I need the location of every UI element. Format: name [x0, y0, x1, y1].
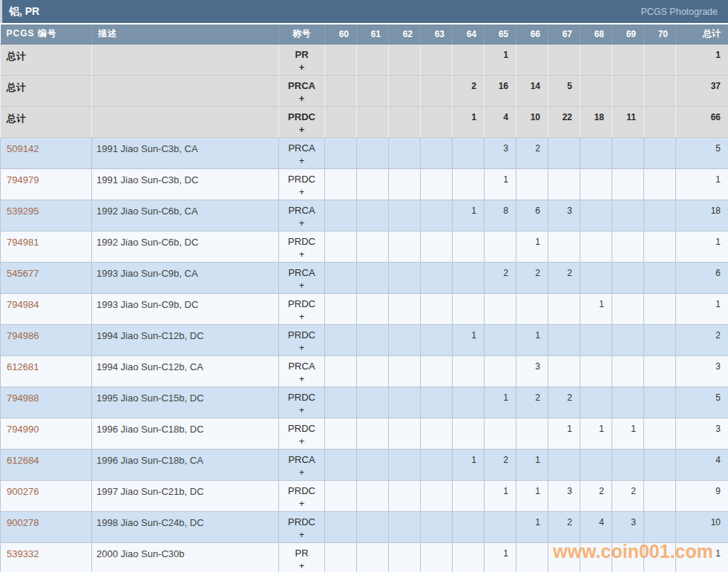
grade-69-cell — [612, 387, 644, 418]
pcgs-number[interactable]: 794990 — [7, 424, 39, 435]
designation-cell: PRCA + — [279, 262, 325, 293]
grade-61-cell — [357, 168, 389, 200]
designation-cell: PR + — [279, 44, 325, 75]
designation-plus: + — [279, 435, 324, 447]
grade-68-cell — [580, 542, 612, 572]
pcgs-number[interactable]: 总计 — [7, 82, 26, 93]
grade-61-cell — [357, 231, 389, 262]
designation-plus: + — [279, 279, 324, 292]
grade-67-cell — [548, 542, 580, 572]
pcgs-number-cell: 794984 — [1, 293, 92, 324]
pcgs-number[interactable]: 545677 — [7, 268, 39, 279]
col-header-grade-66: 66 — [517, 24, 548, 44]
pcgs-number[interactable]: 794981 — [7, 237, 39, 248]
pcgs-number[interactable]: 总计 — [7, 113, 26, 124]
grade-65-cell — [485, 355, 517, 387]
table-row: 545677 1993 Jiao Sun-C9b, CA PRCA + 2 2 … — [1, 262, 728, 293]
grade-67-cell — [548, 168, 580, 200]
grade-65-cell: 1 — [485, 168, 517, 200]
table-row: 900276 1997 Jiao Sun-C21b, DC PRDC + 1 1… — [1, 480, 728, 511]
pcgs-number[interactable]: 794986 — [7, 330, 39, 341]
description-cell: 1993 Jiao Sun-C9b, DC — [92, 293, 279, 324]
total-cell: 18 — [676, 200, 728, 231]
grade-64-cell — [453, 387, 485, 418]
grade-63-cell — [421, 106, 453, 137]
pcgs-number[interactable]: 794984 — [7, 299, 39, 310]
total-cell: 3 — [676, 355, 728, 387]
grade-66-cell: 1 — [517, 511, 548, 542]
grade-69-cell — [612, 449, 644, 480]
grade-65-cell — [485, 231, 517, 262]
grade-70-cell — [644, 324, 676, 355]
grade-64-cell — [453, 137, 485, 168]
grade-67-cell — [548, 44, 580, 75]
description-cell: 1998 Jiao Sun-C24b, DC — [92, 511, 279, 542]
grade-66-cell — [517, 542, 548, 572]
designation-cell: PRDC + — [279, 231, 325, 262]
grade-62-cell — [389, 137, 421, 168]
table-header: PCGS 编号 描述 称号 60 61 62 63 64 65 66 67 68… — [1, 24, 728, 44]
population-table-body: 总计 PR + 1 1 总计 — [1, 44, 728, 572]
pcgs-number[interactable]: 539295 — [7, 206, 39, 217]
grade-66-cell — [517, 418, 548, 449]
designation-plus: + — [279, 217, 324, 229]
total-cell: 1 — [676, 231, 728, 262]
pcgs-number[interactable]: 总计 — [7, 50, 26, 62]
pcgs-number[interactable]: 794988 — [7, 392, 39, 404]
designation-cell: PRDC + — [279, 106, 325, 137]
grade-62-cell — [389, 480, 421, 511]
grade-64-cell — [453, 262, 485, 293]
grade-64-cell: 1 — [453, 324, 485, 355]
pcgs-number-cell: 539295 — [1, 200, 92, 231]
grade-60-cell — [325, 542, 357, 572]
grade-69-cell — [612, 200, 644, 231]
table-row: 794979 1991 Jiao Sun-C3b, DC PRDC + 1 1 — [1, 168, 728, 200]
pcgs-number-cell: 900276 — [1, 480, 92, 511]
grade-67-cell: 2 — [548, 262, 580, 293]
pcgs-number[interactable]: 509142 — [7, 143, 39, 154]
total-cell: 1 — [676, 44, 728, 75]
grade-70-cell — [644, 511, 676, 542]
designation-plus: + — [279, 497, 324, 510]
pcgs-number[interactable]: 794979 — [7, 174, 39, 185]
grade-64-cell — [453, 168, 485, 200]
grade-63-cell — [421, 418, 453, 449]
coin-description: 1991 Jiao Sun-C3b, DC — [96, 174, 198, 185]
total-cell: 1 — [676, 293, 728, 324]
grade-70-cell — [644, 480, 676, 511]
grade-64-cell: 1 — [453, 449, 485, 480]
grade-63-cell — [421, 449, 453, 480]
designation-label: PRDC — [279, 173, 324, 185]
grade-67-cell: 3 — [548, 200, 580, 231]
grade-63-cell — [421, 75, 453, 106]
pcgs-number[interactable]: 539332 — [7, 548, 39, 559]
grade-62-cell — [389, 418, 421, 449]
pcgs-number[interactable]: 900276 — [7, 486, 39, 497]
description-cell — [92, 75, 279, 106]
grade-61-cell — [357, 75, 389, 106]
grade-70-cell — [644, 542, 676, 572]
grade-64-cell — [453, 231, 485, 262]
pcgs-number-cell: 总计 — [1, 44, 92, 75]
designation-label: PRDC — [279, 516, 324, 528]
table-row: 794990 1996 Jiao Sun-C18b, DC PRDC + 1 1… — [1, 418, 728, 449]
designation-plus: + — [279, 310, 324, 323]
coin-description: 1993 Jiao Sun-C9b, DC — [96, 299, 198, 310]
col-header-grade-62: 62 — [389, 24, 421, 44]
grade-67-cell: 2 — [548, 387, 580, 418]
description-cell: 1991 Jiao Sun-C3b, CA — [92, 137, 279, 168]
grade-64-cell — [453, 542, 485, 572]
pcgs-number[interactable]: 612684 — [7, 455, 39, 466]
grade-68-cell: 1 — [580, 418, 612, 449]
grade-68-cell — [580, 137, 612, 168]
pcgs-number[interactable]: 900278 — [7, 517, 39, 528]
grade-66-cell: 3 — [517, 355, 548, 387]
total-cell: 1 — [676, 542, 728, 572]
designation-plus: + — [279, 185, 324, 198]
grade-61-cell — [357, 137, 389, 168]
photograde-link[interactable]: PCGS Photograde — [640, 7, 718, 17]
pcgs-number[interactable]: 612681 — [7, 361, 39, 372]
grade-67-cell: 5 — [548, 75, 580, 106]
grade-67-cell: 2 — [548, 511, 580, 542]
description-cell: 2000 Jiao Sun-C30b — [92, 542, 279, 572]
